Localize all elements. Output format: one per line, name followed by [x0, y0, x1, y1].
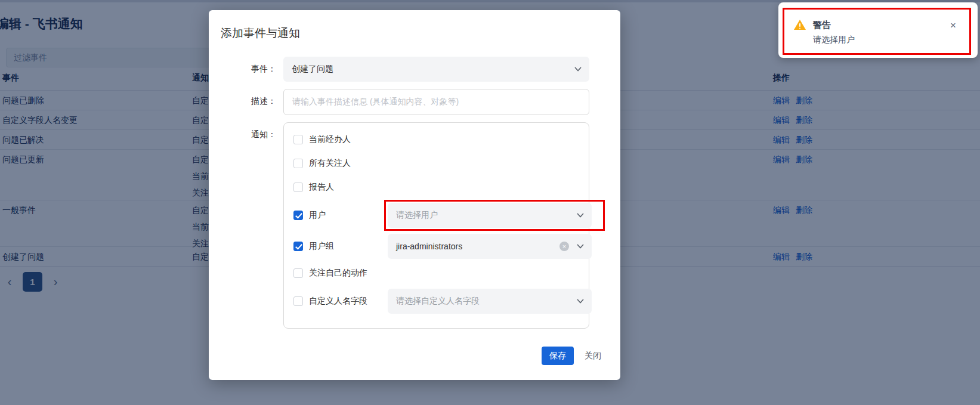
- option-label: 所有关注人: [309, 158, 351, 169]
- close-button[interactable]: 关闭: [585, 351, 601, 361]
- close-icon[interactable]: ×: [950, 20, 956, 30]
- checkbox-icon[interactable]: [293, 268, 303, 278]
- option-all-watchers[interactable]: 所有关注人: [293, 155, 583, 172]
- option-label: 自定义人名字段: [309, 296, 367, 307]
- event-select[interactable]: 创建了问题: [283, 57, 589, 82]
- option-label: 关注自己的动作: [309, 268, 367, 279]
- checkbox-checked-icon[interactable]: [293, 242, 303, 251]
- add-event-notification-dialog: 添加事件与通知 事件： 创建了问题 描述： 请输入事件描述信: [209, 10, 620, 380]
- option-reporter[interactable]: 报告人: [293, 179, 583, 196]
- event-form-row: 事件： 创建了问题: [209, 57, 620, 82]
- description-label: 描述：: [216, 89, 276, 107]
- option-own-actions[interactable]: 关注自己的动作: [293, 265, 583, 282]
- event-label: 事件：: [216, 57, 276, 75]
- toast-title: 警告: [813, 20, 831, 31]
- description-input[interactable]: 请输入事件描述信息 (具体通知内容、对象等): [283, 89, 589, 115]
- option-user[interactable]: 用户 请选择用户: [293, 203, 583, 228]
- checkbox-icon[interactable]: [293, 135, 303, 144]
- dialog-footer: 保存 关闭: [542, 347, 601, 365]
- option-user-group[interactable]: 用户组 jira-administrators ×: [293, 234, 583, 259]
- checkbox-icon[interactable]: [293, 183, 303, 192]
- chevron-down-icon: [576, 211, 585, 221]
- chevron-down-icon: [574, 65, 582, 75]
- save-button[interactable]: 保存: [542, 347, 574, 365]
- user-group-select-value: jira-administrators: [396, 242, 462, 251]
- clear-icon[interactable]: ×: [559, 242, 569, 251]
- event-select-value: 创建了问题: [292, 64, 333, 75]
- option-current-assignee[interactable]: 当前经办人: [293, 131, 583, 148]
- notify-label: 通知：: [216, 122, 276, 140]
- custom-name-field-placeholder: 请选择自定义人名字段: [396, 296, 480, 307]
- warning-toast: 警告 请选择用户 ×: [778, 2, 978, 58]
- notify-form-row: 通知： 当前经办人 所有关注人 报告人: [209, 122, 620, 329]
- chevron-down-icon: [576, 297, 585, 307]
- option-label: 用户组: [309, 241, 334, 252]
- chevron-down-icon: [576, 242, 585, 252]
- toast-message: 请选择用户: [813, 35, 855, 45]
- annotation-highlight-toast: [783, 8, 971, 55]
- checkbox-icon[interactable]: [293, 159, 303, 168]
- dialog-title: 添加事件与通知: [221, 26, 300, 41]
- screen: 编辑 - 飞书通知 过滤事件 事件 通知 操作 问题已删除 自定义人名字段 编辑…: [0, 0, 980, 405]
- option-label: 报告人: [309, 182, 334, 193]
- option-label: 用户: [309, 210, 326, 221]
- user-select[interactable]: 请选择用户: [388, 203, 592, 228]
- option-label: 当前经办人: [309, 134, 351, 145]
- user-group-select[interactable]: jira-administrators ×: [388, 234, 592, 259]
- description-form-row: 描述： 请输入事件描述信息 (具体通知内容、对象等): [209, 89, 620, 115]
- user-select-placeholder: 请选择用户: [396, 210, 438, 221]
- custom-name-field-select[interactable]: 请选择自定义人名字段: [388, 289, 592, 314]
- checkbox-checked-icon[interactable]: [293, 211, 303, 220]
- warning-icon: [793, 19, 806, 33]
- option-custom-name-field[interactable]: 自定义人名字段 请选择自定义人名字段: [293, 289, 583, 314]
- notify-options-group: 当前经办人 所有关注人 报告人 用户: [283, 122, 589, 329]
- checkbox-icon[interactable]: [293, 296, 303, 306]
